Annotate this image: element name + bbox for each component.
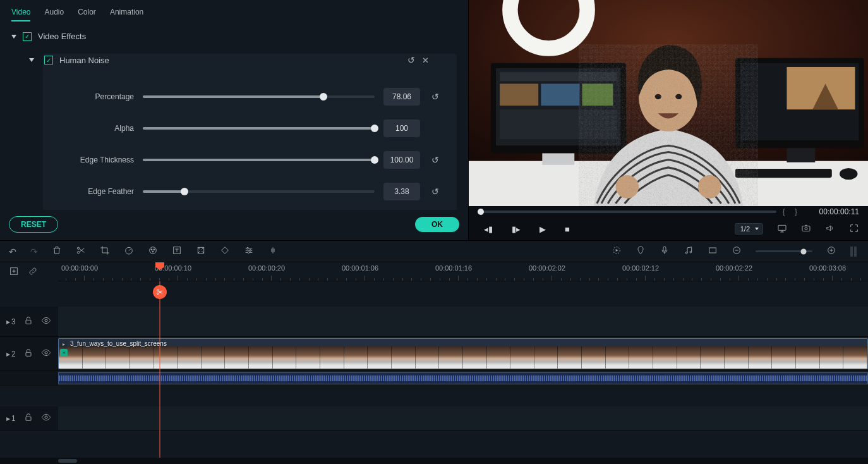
edge-thickness-slider[interactable] [143,159,375,161]
svg-point-36 [247,247,249,249]
edge-feather-reset-icon[interactable] [429,185,442,198]
edge-feather-slider[interactable] [143,190,375,193]
track-3-head: ▸3 [0,307,58,336]
track-height-icon[interactable] [850,247,859,257]
video-effects-section-header[interactable]: ✓ Video Effects [11,32,457,41]
thumbnail-toggle-icon[interactable] [708,245,718,257]
playhead-scissors-icon[interactable] [153,285,167,299]
preview-zoom-select[interactable]: 1/2 [735,223,763,235]
reset-button[interactable]: RESET [9,216,58,233]
render-icon[interactable] [612,245,622,257]
zoom-in-icon[interactable] [826,245,836,257]
keyframe-icon[interactable] [220,245,230,257]
track-2-eye-icon[interactable] [41,348,51,360]
snapshot-icon[interactable] [801,223,811,235]
add-track-icon[interactable] [9,266,19,278]
voiceover-icon[interactable] [660,245,670,257]
tab-animation[interactable]: Animation [110,8,143,21]
alpha-value[interactable]: 100 [383,119,420,137]
percentage-value[interactable]: 78.06 [383,88,420,106]
svg-rect-25 [802,226,810,231]
video-effects-title: Video Effects [38,32,86,41]
audio-waveform[interactable] [58,372,868,384]
track-1-body[interactable] [58,406,868,430]
svg-point-37 [250,250,251,252]
edge-feather-label: Edge Feather [58,187,134,196]
alpha-slider[interactable] [143,127,375,130]
audio-mixer-icon[interactable] [684,245,694,257]
edge-feather-value[interactable]: 3.38 [383,183,420,200]
tab-audio[interactable]: Audio [44,8,64,21]
split-icon[interactable] [76,245,86,257]
audio-tools-icon[interactable] [268,245,278,257]
crop-icon[interactable] [100,245,110,257]
play-pause-button[interactable]: ▮▸ [512,224,521,234]
display-settings-icon[interactable] [777,223,787,235]
track-3-eye-icon[interactable] [41,315,51,327]
svg-rect-9 [582,83,613,106]
edge-thickness-reset-icon[interactable] [429,154,442,166]
track-2-lock-icon[interactable] [23,348,33,360]
timeline-hscroll-thumb[interactable] [58,459,77,463]
text-icon[interactable] [172,245,182,257]
svg-rect-48 [26,320,31,324]
track-2-body[interactable]: ▸ ✶ 3_fun_ways_to_use_split_screens [58,337,868,370]
alpha-spacer [429,122,442,135]
ruler-label: 00:00:02:02 [529,264,565,272]
ruler-label: 00:00:01:06 [342,264,378,272]
edge-thickness-value[interactable]: 100.00 [383,151,420,169]
human-noise-title: Human Noise [59,56,109,65]
svg-rect-13 [787,148,815,162]
video-clip[interactable]: ▸ ✶ 3_fun_ways_to_use_split_screens [58,338,868,369]
effect-reset-icon[interactable] [405,54,418,66]
percentage-label: Percentage [58,92,134,101]
svg-rect-10 [500,109,617,139]
speed-icon[interactable] [124,245,134,257]
volume-icon[interactable] [825,223,835,235]
prev-frame-button[interactable]: ◂▮ [484,224,493,234]
track-3-lock-icon[interactable] [23,315,33,327]
inspector-panel: Video Audio Color Animation ✓ Video Effe… [0,0,469,240]
inspector-tabs: Video Audio Color Animation [0,0,468,25]
delete-icon[interactable] [52,245,62,257]
redo-icon[interactable]: ↷ [30,247,38,257]
svg-marker-40 [616,249,618,252]
preview-scrubber[interactable] [478,211,776,213]
svg-rect-24 [778,225,786,230]
track-2-audio-body[interactable] [58,371,868,386]
human-noise-params: Percentage 78.06 Alpha [43,75,457,210]
ok-button[interactable]: OK [415,217,459,232]
play-button[interactable]: ▶ [539,224,546,234]
ruler-label: 00:00:03:08 [809,264,846,272]
percentage-reset-icon[interactable] [429,90,442,103]
svg-point-32 [154,249,155,250]
preview-viewport[interactable] [469,0,868,206]
track-3-body[interactable] [58,307,868,336]
zoom-out-icon[interactable] [732,245,742,257]
fit-icon[interactable] [196,245,206,257]
marker-icon[interactable] [636,245,646,257]
svg-rect-52 [26,417,31,420]
human-noise-checkbox[interactable]: ✓ [44,56,53,64]
track-1-eye-icon[interactable] [41,412,51,424]
svg-point-27 [77,247,79,249]
timeline-ruler[interactable]: 00:00:00:0000:00:00:1000:00:00:2000:00:0… [58,262,868,281]
tab-video[interactable]: Video [11,8,30,21]
percentage-slider[interactable] [143,95,375,98]
track-1-lock-icon[interactable] [23,412,33,424]
video-effects-checkbox[interactable]: ✓ [23,32,32,41]
stop-button[interactable]: ■ [565,224,570,234]
timeline-panel: ↶ ↷ [0,240,868,464]
marker-braces[interactable]: { } [783,207,801,216]
svg-rect-41 [663,247,666,251]
effect-remove-icon[interactable] [419,54,431,66]
fullscreen-icon[interactable] [849,223,859,235]
ruler-label: 00:00:00:20 [248,264,285,272]
timeline-zoom-slider[interactable] [756,250,812,252]
tab-color[interactable]: Color [78,8,96,21]
color-icon[interactable] [148,245,158,257]
adjust-icon[interactable] [244,245,254,257]
link-icon[interactable] [28,266,38,278]
timeline-hscroll[interactable] [0,458,868,464]
undo-icon[interactable]: ↶ [9,247,16,257]
